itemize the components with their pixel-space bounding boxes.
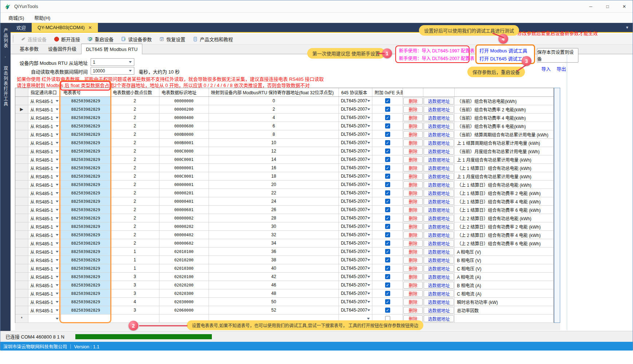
select-data-address-button[interactable]: 选数据地址: [424, 223, 454, 230]
select-data-address-button[interactable]: 选数据地址: [424, 257, 454, 264]
protocol-version-select[interactable]: DLT645-2007: [339, 264, 372, 272]
tab-basic-params[interactable]: 基本参数: [15, 43, 43, 54]
read-device-params-button[interactable]: 读设备参数: [118, 34, 155, 44]
data-id-address-cell[interactable]: 000C0001: [159, 172, 209, 180]
checkbox[interactable]: ✓: [385, 207, 390, 212]
meter-number-cell[interactable]: 882503982829: [61, 214, 111, 222]
register-address-cell[interactable]: 50: [209, 298, 339, 306]
register-address-cell[interactable]: 6: [209, 122, 339, 130]
decimal-digits-cell[interactable]: 2: [111, 164, 159, 172]
register-address-cell[interactable]: 34: [209, 239, 339, 247]
data-id-address-cell[interactable]: 00000001: [159, 181, 209, 189]
delete-row-button[interactable]: 删除: [403, 98, 423, 104]
checkbox[interactable]: ✓: [385, 199, 390, 204]
product-docs-button[interactable]: 产品文档和教程: [190, 34, 236, 44]
meter-number-cell[interactable]: 882503982829: [61, 130, 111, 138]
protocol-version-select[interactable]: DLT645-2007: [339, 147, 372, 155]
meter-number-cell[interactable]: 882503982829: [61, 197, 111, 205]
decimal-digits-cell[interactable]: 2: [111, 122, 159, 130]
minimize-button[interactable]: ─: [582, 0, 599, 13]
data-id-address-cell[interactable]: 02010100: [159, 248, 209, 256]
port-select[interactable]: 从 RS485-1: [28, 248, 61, 256]
delete-row-button[interactable]: 删除: [403, 181, 423, 188]
vertical-scrollbar[interactable]: [554, 88, 560, 323]
decimal-digits-cell[interactable]: 2: [111, 155, 159, 163]
data-id-address-cell[interactable]: 00000200: [159, 105, 209, 113]
checkbox[interactable]: ✓: [385, 190, 390, 195]
port-select[interactable]: 从 RS485-1: [28, 130, 61, 138]
checkbox[interactable]: ✓: [385, 257, 390, 262]
register-address-cell[interactable]: 0: [209, 97, 339, 105]
data-id-address-cell[interactable]: 00000001: [159, 164, 209, 172]
port-select[interactable]: 从 RS485-1: [28, 181, 61, 189]
delete-row-button[interactable]: 删除: [403, 114, 423, 121]
import-link[interactable]: 导入: [541, 65, 551, 72]
data-id-address-cell[interactable]: 02010200: [159, 256, 209, 264]
delete-row-button[interactable]: 删除: [403, 106, 423, 113]
menu-help[interactable]: 帮助(H): [30, 13, 55, 23]
decimal-digits-cell[interactable]: 2: [111, 231, 159, 239]
checkbox[interactable]: ✓: [385, 215, 390, 221]
tab-close-icon[interactable]: ✕: [88, 25, 92, 30]
select-data-address-button[interactable]: 选数据地址: [424, 98, 454, 104]
checkbox[interactable]: ✓: [385, 308, 390, 313]
maximize-button[interactable]: □: [599, 0, 616, 13]
import-dlt645-2007-link[interactable]: 新手使用：导入 DLT645-2007 配置表: [399, 55, 469, 62]
data-id-address-cell[interactable]: 02060000: [159, 306, 209, 314]
meter-number-cell[interactable]: 882503982829: [61, 281, 111, 289]
data-id-address-cell[interactable]: 00000601: [159, 206, 209, 214]
delete-row-button[interactable]: 删除: [403, 240, 423, 247]
select-data-address-button[interactable]: 选数据地址: [424, 282, 454, 289]
delete-row-button[interactable]: 删除: [403, 257, 423, 264]
register-address-cell[interactable]: 20: [209, 181, 339, 189]
select-data-address-button[interactable]: 选数据地址: [424, 106, 454, 113]
data-id-address-cell[interactable]: 02020100: [159, 273, 209, 281]
select-data-address-button[interactable]: 选数据地址: [424, 148, 454, 155]
protocol-version-select[interactable]: DLT645-2007: [339, 181, 372, 189]
port-select[interactable]: 从 RS485-1: [28, 189, 61, 197]
port-select[interactable]: 从 RS485-1: [28, 222, 61, 230]
register-address-cell[interactable]: 12: [209, 147, 339, 155]
meter-number-cell[interactable]: 882503982829: [61, 155, 111, 163]
port-select[interactable]: 从 RS485-1: [28, 164, 61, 172]
meter-number-cell[interactable]: 882503982829: [61, 298, 111, 306]
protocol-version-select[interactable]: DLT645-2007: [339, 298, 372, 306]
checkbox[interactable]: ✓: [385, 266, 390, 271]
port-select[interactable]: 从 RS485-1: [28, 214, 61, 222]
data-id-address-cell[interactable]: 02020200: [159, 281, 209, 289]
meter-number-cell[interactable]: 882503982829: [61, 256, 111, 264]
data-id-address-cell[interactable]: 00000202: [159, 222, 209, 230]
protocol-version-select[interactable]: DLT645-2007: [339, 289, 372, 297]
protocol-version-select[interactable]: DLT645-2007: [339, 231, 372, 239]
decimal-digits-cell[interactable]: 3: [111, 289, 159, 297]
delete-row-button[interactable]: 删除: [403, 290, 423, 297]
meter-number-cell[interactable]: 882503982829: [61, 264, 111, 272]
protocol-version-select[interactable]: DLT645-2007: [339, 189, 372, 197]
protocol-version-select[interactable]: DLT645-2007: [339, 239, 372, 247]
delete-row-button[interactable]: 删除: [403, 165, 423, 171]
delete-row-button[interactable]: 删除: [403, 282, 423, 289]
register-address-cell[interactable]: 30: [209, 222, 339, 230]
meter-number-cell[interactable]: 882503982829: [61, 306, 111, 314]
checkbox[interactable]: ✓: [385, 157, 390, 162]
delete-row-button[interactable]: 删除: [403, 298, 423, 305]
meter-number-cell[interactable]: 882503982829: [61, 206, 111, 214]
decimal-digits-cell[interactable]: 2: [111, 114, 159, 122]
checkbox[interactable]: ✓: [385, 291, 390, 296]
protocol-version-select[interactable]: DLT645-2007: [339, 206, 372, 214]
decimal-digits-cell[interactable]: 3: [111, 281, 159, 289]
data-id-address-cell[interactable]: 00000401: [159, 197, 209, 205]
decimal-digits-cell[interactable]: 3: [111, 273, 159, 281]
select-data-address-button[interactable]: 选数据地址: [424, 198, 454, 205]
select-data-address-button[interactable]: 选数据地址: [424, 114, 454, 121]
select-data-address-button[interactable]: 选数据地址: [424, 232, 454, 238]
data-id-address-cell[interactable]: 00000600: [159, 122, 209, 130]
protocol-version-select[interactable]: DLT645-2007: [339, 105, 372, 113]
register-address-cell[interactable]: 22: [209, 189, 339, 197]
protocol-version-select[interactable]: DLT645-2007: [339, 214, 372, 222]
delete-row-button[interactable]: 删除: [403, 139, 423, 146]
register-address-cell[interactable]: 16: [209, 164, 339, 172]
port-select[interactable]: 从 RS485-1: [28, 231, 61, 239]
data-id-address-cell[interactable]: 000B0000: [159, 130, 209, 138]
protocol-version-select[interactable]: DLT645-2007: [339, 155, 372, 163]
